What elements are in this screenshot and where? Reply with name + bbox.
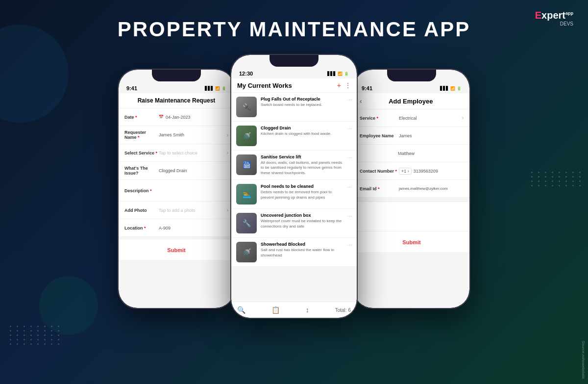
source-text: Source:zohowebstatic bbox=[581, 341, 586, 379]
list-item[interactable]: 🏊 Pool needs to be cleaned Debris needs … bbox=[231, 180, 357, 209]
emp-label-service: Service * bbox=[360, 116, 399, 121]
emp-row-lastname: Matthew bbox=[354, 145, 469, 162]
country-code[interactable]: +1 › bbox=[399, 168, 412, 175]
list-item[interactable]: 🛗 Sanitise Service lift All doors, walls… bbox=[231, 151, 357, 180]
thumb-icon-5: 🔧 bbox=[236, 213, 257, 233]
wifi-icon: 📶 bbox=[215, 86, 220, 91]
thumb-icon-6: 🚿 bbox=[236, 242, 257, 262]
emp-value-lastname[interactable]: Matthew bbox=[398, 151, 464, 156]
work-thumb-5: 🔧 bbox=[236, 213, 257, 233]
phone-1-submit-area: Submit bbox=[119, 239, 234, 260]
header: PROPERTY MAINTENANCE APP Expertapp DEVS bbox=[0, 0, 588, 59]
logo: Expertapp DEVS bbox=[535, 10, 573, 26]
required-marker: * bbox=[135, 115, 137, 120]
phone-3: 9:41 ▋▋▋ 📶 🔋 ‹ Add Employee Se bbox=[353, 69, 470, 309]
list-item[interactable]: 🚿 Clogged Drain Kitchen drain is clogged… bbox=[231, 122, 357, 151]
form-value-requester[interactable]: James Smith bbox=[159, 132, 227, 137]
arrow-icon-requester: › bbox=[227, 132, 228, 138]
battery-icon: 🔋 bbox=[221, 86, 226, 91]
work-title-1: Plug Falls Out of Receptacle bbox=[261, 97, 343, 102]
back-button[interactable]: ‹ bbox=[360, 97, 362, 105]
work-thumb-2: 🚿 bbox=[236, 126, 257, 146]
work-info-6: Showerhead Blocked Salt and rust has blo… bbox=[261, 242, 343, 258]
emp-label-email: Email Id * bbox=[360, 186, 399, 191]
work-thumb-3: 🛗 bbox=[236, 154, 257, 175]
work-info-4: Pool needs to be cleaned Debris needs to… bbox=[261, 184, 343, 200]
sort-icon[interactable]: ↕ bbox=[306, 306, 309, 314]
work-desc-5: Waterproof cover must be installed to ke… bbox=[261, 219, 343, 229]
form-value-issue[interactable]: Clogged Drain bbox=[159, 168, 228, 173]
work-more-4[interactable]: ··· bbox=[347, 184, 352, 190]
battery-icon-3: 🔋 bbox=[457, 86, 462, 91]
phone-1-time: 9:41 bbox=[126, 85, 137, 91]
emp-value-email[interactable]: james.matthew@zylker.com bbox=[399, 186, 464, 191]
thumb-icon-2: 🚿 bbox=[236, 126, 257, 146]
phone-3-spacer bbox=[354, 202, 469, 231]
phone-3-submit-button[interactable]: Submit bbox=[402, 239, 420, 245]
form-row-description: Description * bbox=[119, 180, 234, 202]
work-more-6[interactable]: ··· bbox=[347, 242, 352, 248]
work-info-5: Uncovered junction box Waterproof cover … bbox=[261, 213, 343, 229]
emp-value-service[interactable]: Electrical bbox=[399, 116, 462, 121]
phone-3-screen: 9:41 ▋▋▋ 📶 🔋 ‹ Add Employee Se bbox=[354, 70, 469, 308]
emp-row-name: Employee Name James bbox=[354, 127, 469, 145]
page-title: PROPERTY MAINTENANCE APP bbox=[118, 18, 471, 41]
form-value-service[interactable]: Tap to select choice bbox=[159, 151, 227, 155]
wifi-icon-2: 📶 bbox=[338, 72, 343, 76]
phone-3-employee-header: ‹ Add Employee bbox=[354, 93, 469, 109]
logo-text: Expertapp DEVS bbox=[535, 10, 573, 26]
form-value-date[interactable]: 📅 04-Jan-2023 bbox=[159, 115, 228, 120]
work-desc-6: Salt and rust has blocked the water flow… bbox=[261, 248, 343, 258]
form-row-requester: Requester Name * James Smith › bbox=[119, 126, 234, 144]
emp-row-service: Service * Electrical › bbox=[354, 109, 469, 127]
form-row-date: Date * 📅 04-Jan-2023 bbox=[119, 108, 234, 126]
emp-value-firstname[interactable]: James bbox=[399, 133, 464, 138]
thumb-icon-3: 🛗 bbox=[236, 154, 257, 175]
phone-1: 9:41 ▋▋▋ 📶 🔋 Raise Maintenance Request D bbox=[118, 69, 235, 309]
work-thumb-4: 🏊 bbox=[236, 184, 257, 205]
battery-icon-2: 🔋 bbox=[344, 72, 349, 76]
phone-2-footer: 🔍 📋 ↕ Total: 6 bbox=[231, 302, 357, 318]
phone-2-works-header: My Current Works + ⋮ bbox=[231, 78, 357, 93]
emp-value-phone[interactable]: 3139563209 bbox=[414, 169, 464, 174]
work-thumb-1: 🔌 bbox=[236, 97, 257, 117]
signal-icon-2: ▋▋▋ bbox=[327, 72, 336, 76]
work-desc-4: Debris needs to be removed from pool to … bbox=[261, 190, 343, 200]
phones-container: 9:41 ▋▋▋ 📶 🔋 Raise Maintenance Request D bbox=[0, 54, 588, 384]
phone-2-status-icons: ▋▋▋ 📶 🔋 bbox=[327, 72, 349, 76]
form-row-location: Location * A-909 bbox=[119, 219, 234, 237]
work-info-3: Sanitise Service lift All doors, walls, … bbox=[261, 154, 343, 176]
search-icon[interactable]: 🔍 bbox=[237, 306, 245, 314]
form-label-photo: Add Photo bbox=[124, 208, 159, 213]
wifi-icon-3: 📶 bbox=[450, 86, 455, 91]
work-title-3: Sanitise Service lift bbox=[261, 154, 343, 159]
add-work-button[interactable]: + bbox=[337, 81, 341, 89]
phone-2-title: My Current Works bbox=[237, 82, 292, 89]
phone-1-inner: 9:41 ▋▋▋ 📶 🔋 Raise Maintenance Request D bbox=[119, 70, 234, 308]
thumb-icon-4: 🏊 bbox=[236, 184, 257, 205]
phone-3-submit-area: Submit bbox=[354, 231, 469, 252]
phone-3-employee-form: Service * Electrical › Employee Name Jam… bbox=[354, 109, 469, 198]
work-more-1[interactable]: ··· bbox=[347, 97, 352, 102]
filter-icon[interactable]: 📋 bbox=[271, 306, 280, 314]
list-item[interactable]: 🚿 Showerhead Blocked Salt and rust has b… bbox=[231, 238, 357, 267]
more-options-button[interactable]: ⋮ bbox=[345, 82, 351, 89]
signal-icon-3: ▋▋▋ bbox=[440, 86, 449, 91]
phone-1-status-icons: ▋▋▋ 📶 🔋 bbox=[205, 86, 226, 91]
work-more-2[interactable]: ··· bbox=[347, 126, 352, 131]
work-more-5[interactable]: ··· bbox=[347, 213, 352, 219]
form-value-location[interactable]: A-909 bbox=[159, 226, 228, 230]
phone-2-screen: 12:30 ▋▋▋ 📶 🔋 My Current Works + ⋮ bbox=[231, 55, 357, 318]
form-row-photo: Add Photo Tap to add a photo › bbox=[119, 202, 234, 219]
phone-2-status-bar: 12:30 ▋▋▋ 📶 🔋 bbox=[231, 69, 357, 78]
form-label-location: Location * bbox=[124, 226, 159, 230]
list-item[interactable]: 🔌 Plug Falls Out of Receptacle Switch bo… bbox=[231, 93, 357, 122]
arrow-icon-emp-service: › bbox=[462, 115, 464, 121]
work-desc-2: Kitchen drain is clogged with food waste… bbox=[261, 131, 343, 136]
work-more-3[interactable]: ··· bbox=[347, 154, 352, 160]
form-value-photo[interactable]: Tap to add a photo bbox=[159, 208, 227, 213]
form-label-service: Select Service * bbox=[124, 151, 159, 155]
form-row-service: Select Service * Tap to select choice › bbox=[119, 144, 234, 162]
phone-1-submit-button[interactable]: Submit bbox=[167, 247, 185, 253]
list-item[interactable]: 🔧 Uncovered junction box Waterproof cove… bbox=[231, 209, 357, 238]
